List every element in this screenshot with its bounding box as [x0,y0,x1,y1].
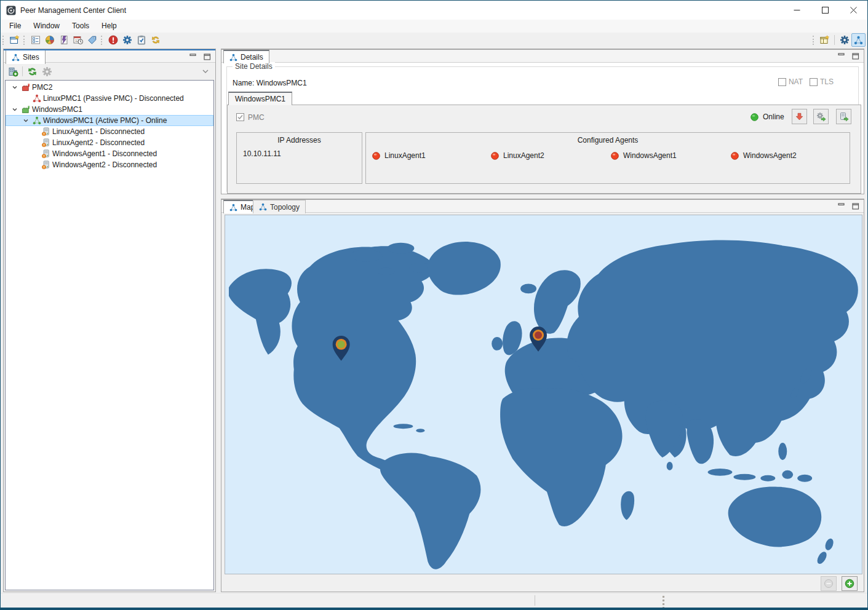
sites-panel: Sites PMC2 LinuxPMC1 (Pass [3,49,216,592]
sites-tree: PMC2 LinuxPMC1 (Passive PMC) - Disconnec… [5,80,214,590]
agent-warning-icon [41,149,50,159]
refresh-icon[interactable] [25,65,39,78]
map-zoom-controls [221,575,864,592]
configured-agents-box: Configured Agents LinuxAgent1 LinuxAgent… [365,132,850,184]
site-settings-icon-disabled[interactable] [39,65,54,78]
toolbar-grip[interactable] [101,36,103,45]
window-title: Peer Management Center Client [20,6,126,15]
tree-item-windowspmc1-active[interactable]: WindowsPMC1 (Active PMC) - Online [6,115,213,126]
menu-file[interactable]: File [3,20,27,33]
map-panel-header: Map Topology [221,199,864,213]
report-wizard-icon[interactable] [57,33,71,47]
gear-run-icon [816,112,826,122]
sites-tab-icon [12,53,20,61]
settings-gear-icon[interactable] [120,33,134,47]
minimize-view-icon[interactable] [189,53,197,60]
site-details-group: Site Details Name: WindowsPMC1 NAT TLS W… [226,66,859,192]
alerts-icon[interactable] [106,33,120,47]
perspective-toolbar [811,33,867,47]
menu-window[interactable]: Window [27,20,66,33]
titlebar: Peer Management Center Client [1,1,867,20]
topology-tab-icon [259,203,267,211]
map-panel: Map Topology [221,199,864,592]
add-site-icon[interactable] [6,65,20,78]
restart-services-button[interactable] [813,109,829,124]
tree-item-windowspmc1-site[interactable]: WindowsPMC1 [6,104,213,115]
tab-details[interactable]: Details [223,50,269,63]
tree-item-linuxpmc1[interactable]: LinuxPMC1 (Passive PMC) - Disconnected [6,93,213,104]
details-tab-label: Details [241,53,263,61]
maximize-view-icon[interactable] [852,53,859,60]
menu-tools[interactable]: Tools [66,20,95,33]
tree-item-windowsagent1[interactable]: WindowsAgent1 - Disconnected [6,148,213,159]
toolbar-separator [22,66,23,76]
site-red-icon [22,83,31,92]
toolbar-separator [834,35,835,45]
tree-item-windowsagent2[interactable]: WindowsAgent2 - Disconnected [6,159,213,170]
configured-agents-header: Configured Agents [366,136,850,145]
pmc-checkbox[interactable] [236,113,244,121]
tasks-clipboard-icon[interactable] [134,33,148,47]
sync-arrows-icon[interactable] [148,33,162,47]
expand-chevron-icon[interactable] [12,84,18,90]
toolbar-grip[interactable] [23,36,26,45]
toolbar-grip[interactable] [813,36,815,45]
agent-offline-icon [731,152,739,160]
tag-icon[interactable] [85,33,99,47]
ip-address-value: 10.10.11.11 [243,149,281,158]
close-button[interactable] [839,1,867,20]
schedule-icon[interactable]: 12 [71,33,85,47]
main-toolbar: 12 [1,33,867,47]
new-window-icon[interactable] [7,33,22,47]
pmc-red-icon [33,94,41,103]
minimize-button[interactable] [782,1,811,20]
agent-warning-icon [41,160,50,170]
zoom-in-icon [845,579,854,588]
tree-item-pmc2[interactable]: PMC2 [6,82,213,93]
agent-offline-icon [611,152,619,160]
maximize-view-icon[interactable] [852,203,859,210]
agent-status-linuxagent2: LinuxAgent2 [491,151,544,160]
pmc-perspective-icon[interactable] [851,33,866,47]
tab-windowspmc1[interactable]: WindowsPMC1 [228,92,292,105]
site-name-label: Name: WindowsPMC1 [233,79,307,87]
menu-help[interactable]: Help [95,20,123,33]
details-panel: Details Site Details Name: WindowsPMC1 N… [221,49,864,194]
tab-topology[interactable]: Topology [253,200,306,213]
statusbar-grip[interactable] [663,596,664,609]
world-map[interactable] [225,215,862,574]
sites-panel-header: Sites [4,49,215,63]
online-status-label: Online [763,113,784,121]
agent-warning-icon [41,127,50,137]
expand-chevron-icon[interactable] [23,117,29,124]
maximize-button[interactable] [811,1,839,20]
agent-offline-icon [372,152,380,160]
site-details-form: Site Details Name: WindowsPMC1 NAT TLS W… [221,63,864,194]
minimize-view-icon[interactable] [838,53,845,60]
agent-offline-icon [491,152,499,160]
maximize-view-icon[interactable] [204,53,211,60]
open-perspective-icon[interactable] [818,33,832,47]
tls-checkbox[interactable] [810,78,818,86]
minimize-view-icon[interactable] [838,203,845,210]
nat-checkbox[interactable] [778,78,786,86]
preferences-list-icon[interactable] [28,33,42,47]
view-menu-chevron-icon[interactable] [202,69,209,73]
tls-checkbox-group: TLS [810,77,834,86]
tree-item-linuxagent2[interactable]: LinuxAgent2 - Disconnected [6,137,213,148]
pie-chart-icon[interactable] [42,33,57,47]
agent-status-linuxagent1: LinuxAgent1 [372,151,426,160]
expand-chevron-icon[interactable] [12,106,18,113]
restart-server-button[interactable] [836,109,851,124]
nat-label: NAT [789,77,803,86]
agent-status-windowsagent1: WindowsAgent1 [611,151,677,160]
toolbar-grip[interactable] [2,36,5,45]
pmc-detail-content: PMC Online IP Addresses 10 [227,105,861,194]
zoom-out-button[interactable] [821,576,837,591]
zoom-in-button[interactable] [842,576,858,591]
tab-sites[interactable]: Sites [6,50,46,64]
stop-pmc-button[interactable] [792,109,807,124]
settings-perspective-icon[interactable] [837,33,851,47]
tree-item-linuxagent1[interactable]: LinuxAgent1 - Disconnected [6,126,213,137]
pmc-checkbox-label: PMC [248,113,265,122]
